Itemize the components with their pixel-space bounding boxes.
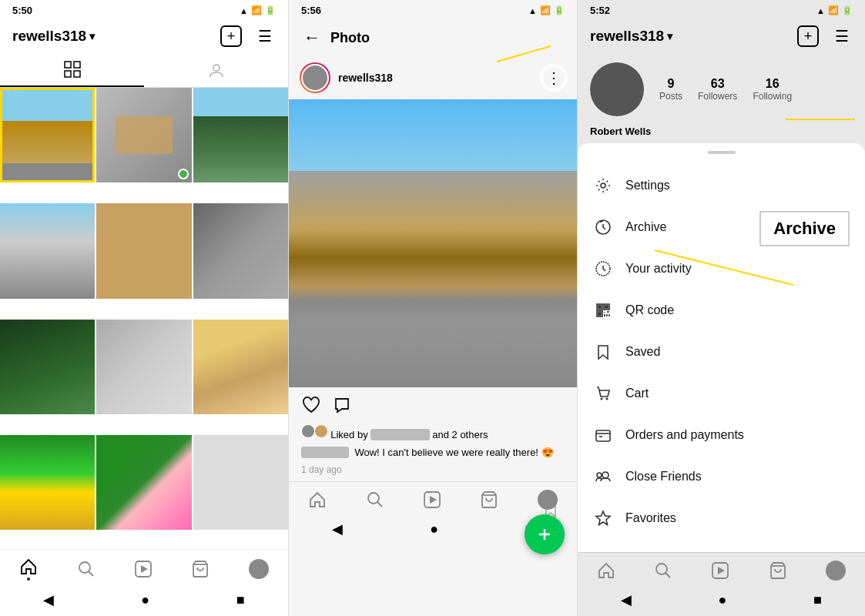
- stat-posts[interactable]: 9 Posts: [659, 77, 682, 102]
- tab-grid[interactable]: [0, 53, 144, 87]
- like-button[interactable]: [301, 395, 321, 418]
- nav-home-3[interactable]: [597, 561, 615, 580]
- grid-cell-5[interactable]: [96, 203, 191, 298]
- menu-item-settings[interactable]: Settings: [578, 165, 865, 206]
- nav-shop[interactable]: [191, 560, 210, 578]
- stat-followers[interactable]: 63 Followers: [698, 77, 737, 102]
- grid-cell-10[interactable]: [0, 435, 95, 530]
- liker-avatar-2: [314, 424, 328, 438]
- post-avatar[interactable]: [300, 62, 330, 93]
- post-username[interactable]: rewells318: [338, 72, 393, 84]
- post-image: [289, 99, 577, 387]
- menu-label-cart: Cart: [625, 387, 649, 400]
- back-button-photo[interactable]: ←: [301, 27, 323, 49]
- menu-item-close-friends[interactable]: Close Friends: [578, 456, 865, 497]
- svg-point-5: [79, 562, 90, 573]
- status-bar-3: 5:52 ▲ 📶 🔋: [578, 0, 865, 19]
- home-button-1[interactable]: ●: [141, 592, 149, 608]
- menu-item-covid[interactable]: COVID-19 Information Center: [578, 539, 865, 552]
- svg-line-6: [89, 571, 93, 576]
- bottom-nav-1: [0, 549, 288, 585]
- comment-button[interactable]: [332, 395, 352, 418]
- menu-label-settings: Settings: [625, 179, 670, 192]
- menu-item-favorites[interactable]: Favorites: [578, 497, 865, 539]
- profile-stats: 9 Posts 63 Followers 16 Following: [659, 77, 792, 102]
- nav-home-2[interactable]: [308, 490, 327, 509]
- add-post-button[interactable]: +: [220, 25, 242, 47]
- grid-cell-2[interactable]: [96, 88, 191, 182]
- photo-header-left: ← Photo: [301, 27, 370, 49]
- search-icon: [77, 560, 96, 578]
- add-post-button-3[interactable]: +: [797, 25, 819, 47]
- nav-shop-2[interactable]: [480, 490, 498, 509]
- nav-search[interactable]: [77, 560, 96, 578]
- svg-rect-1: [74, 62, 80, 68]
- comment-icon: [332, 395, 352, 415]
- grid-cell-4[interactable]: [0, 203, 95, 298]
- search-icon-2: [366, 490, 384, 509]
- grid-cell-6[interactable]: [193, 203, 288, 298]
- grid-cell-3[interactable]: [193, 88, 288, 182]
- svg-rect-0: [65, 62, 71, 68]
- nav-search-2[interactable]: [366, 490, 384, 509]
- menu-item-your-activity[interactable]: Your activity: [578, 248, 865, 290]
- svg-point-13: [368, 493, 379, 504]
- sys-nav-3: ◀ ● ■: [578, 585, 865, 616]
- grid-cell-8[interactable]: [96, 320, 191, 414]
- wifi-icon-3: ▲: [816, 6, 825, 15]
- username-area-3[interactable]: rewells318 ▾: [590, 28, 672, 45]
- three-dot-button[interactable]: ⋮: [541, 65, 566, 90]
- svg-point-40: [602, 472, 609, 478]
- status-icons-3: ▲ 📶 🔋: [816, 5, 853, 15]
- signal-icon: 📶: [251, 5, 262, 15]
- battery-icon-3: 🔋: [842, 5, 853, 15]
- posts-label: Posts: [659, 91, 682, 102]
- nav-profile[interactable]: [249, 559, 269, 579]
- post-user-row: rewells318 ⋮: [289, 56, 577, 99]
- nav-reels-3[interactable]: [711, 561, 729, 580]
- liker-avatar-1: [301, 424, 315, 438]
- close-friends-icon: [593, 467, 613, 487]
- menu-label-orders-payments: Orders and payments: [625, 428, 744, 442]
- nav-profile-3[interactable]: [826, 561, 846, 581]
- grid-cell-1[interactable]: [0, 88, 95, 182]
- menu-item-saved[interactable]: Saved: [578, 331, 865, 373]
- profile-display-name: Robert Wells: [590, 126, 651, 137]
- back-button-sys-3[interactable]: ◀: [621, 591, 632, 608]
- caption-user-blurred: xxxxxxxx: [301, 447, 349, 458]
- grid-cell-12[interactable]: [193, 435, 288, 530]
- nav-profile-2[interactable]: [538, 490, 558, 510]
- tab-tagged[interactable]: [144, 53, 288, 87]
- grid-cell-7[interactable]: [0, 320, 95, 414]
- back-button-1[interactable]: ◀: [43, 591, 54, 608]
- recents-button-1[interactable]: ■: [236, 592, 245, 608]
- menu-item-cart[interactable]: Cart: [578, 373, 865, 414]
- nav-home[interactable]: [19, 557, 38, 581]
- nav-shop-3[interactable]: [769, 561, 787, 580]
- svg-point-4: [213, 65, 220, 71]
- menu-button-1[interactable]: ☰: [254, 25, 276, 47]
- nav-reels-2[interactable]: [423, 490, 441, 509]
- grid-cell-11[interactable]: [96, 435, 191, 530]
- recents-button-sys-3[interactable]: ■: [813, 592, 822, 608]
- profile-avatar[interactable]: [590, 62, 644, 116]
- username-area-1[interactable]: rewells318 ▾: [12, 28, 95, 45]
- back-button-sys-2[interactable]: ◀: [332, 521, 343, 537]
- menu-item-orders-payments[interactable]: Orders and payments: [578, 414, 865, 456]
- home-button-sys-2[interactable]: ●: [430, 521, 438, 537]
- home-button-sys-3[interactable]: ●: [719, 592, 727, 608]
- menu-item-qr-code[interactable]: QR code: [578, 290, 865, 331]
- nav-search-3[interactable]: [654, 561, 672, 580]
- stat-following[interactable]: 16 Following: [753, 77, 792, 102]
- menu-button-3[interactable]: ☰: [831, 25, 853, 47]
- battery-icon: 🔋: [265, 5, 276, 15]
- fab-button-2[interactable]: [525, 514, 565, 554]
- svg-rect-28: [598, 313, 601, 315]
- shop-icon-3: [769, 561, 787, 580]
- grid-cell-9[interactable]: [193, 320, 288, 414]
- favorites-icon: [593, 508, 613, 528]
- svg-rect-26: [598, 306, 601, 308]
- top-nav-actions-3: + ☰: [797, 25, 853, 47]
- nav-reels[interactable]: [134, 560, 153, 578]
- shop-icon: [191, 560, 210, 578]
